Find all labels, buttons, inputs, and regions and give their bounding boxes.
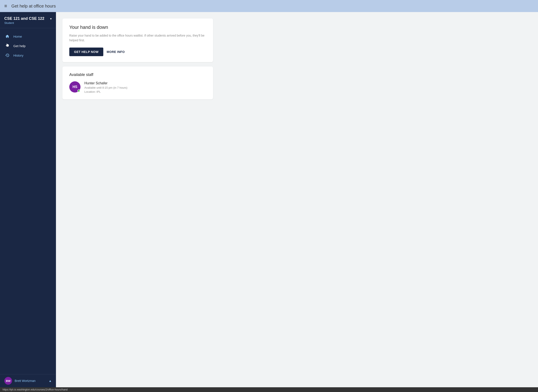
hand-status-description: Raise your hand to be added to the offic… [69, 33, 206, 43]
sidebar-nav: Home Get help Hi [0, 28, 56, 374]
sidebar-item-get-help-label: Get help [13, 44, 26, 48]
hand-icon [4, 44, 10, 48]
sidebar-item-home-label: Home [13, 35, 22, 38]
staff-title: Available staff [69, 73, 206, 77]
menu-icon[interactable]: ≡ [4, 3, 7, 9]
staff-name: Hunter Schafer [84, 81, 127, 85]
status-bar: https://ipl.cs.washington.edu/courses/2/… [0, 387, 538, 392]
available-staff-card: Available staff HS Hunter Schafer Availa… [62, 66, 213, 99]
sidebar-course: CSE 121 and CSE 122 ▾ Student [0, 12, 56, 28]
sidebar-item-get-help[interactable]: Get help [0, 41, 56, 51]
sidebar-item-home[interactable]: Home [0, 32, 56, 41]
course-name: CSE 121 and CSE 122 [4, 16, 44, 21]
card-actions: GET HELP NOW MORE INFO [69, 47, 206, 56]
status-url: https://ipl.cs.washington.edu/courses/2/… [3, 388, 68, 391]
sidebar-course-title[interactable]: CSE 121 and CSE 122 ▾ [4, 16, 52, 21]
staff-member: HS Hunter Schafer Available until 8:15 p… [69, 81, 206, 93]
staff-avatar-wrapper: HS [69, 81, 80, 93]
sidebar-item-history-label: History [13, 54, 23, 57]
hand-status-card: Your hand is down Raise your hand to be … [62, 19, 213, 62]
more-info-button[interactable]: MORE INFO [107, 50, 125, 54]
home-icon [4, 34, 10, 38]
user-name: Brett Wortzman [15, 379, 36, 383]
user-info: BW Brett Wortzman [4, 377, 36, 385]
online-status-dot [77, 89, 80, 92]
header-title: Get help at office hours [11, 4, 56, 9]
staff-location: Location: IPL [84, 90, 127, 93]
app-container: ≡ Get help at office hours CSE 121 and C… [0, 0, 538, 392]
staff-details: Hunter Schafer Available until 8:15 pm (… [84, 81, 127, 93]
get-help-now-button[interactable]: GET HELP NOW [69, 47, 103, 56]
top-header: ≡ Get help at office hours [0, 0, 538, 12]
course-dropdown-icon[interactable]: ▾ [50, 17, 52, 20]
sidebar-footer[interactable]: BW Brett Wortzman ▲ [0, 374, 56, 387]
sidebar-item-history[interactable]: History [0, 51, 56, 60]
history-icon [4, 53, 10, 57]
hand-status-title: Your hand is down [69, 24, 206, 30]
main-layout: CSE 121 and CSE 122 ▾ Student Home [0, 12, 538, 387]
staff-availability: Available until 8:15 pm (in 7 hours) [84, 86, 127, 89]
course-role: Student [4, 21, 52, 24]
main-content: Your hand is down Raise your hand to be … [56, 12, 538, 387]
sidebar: CSE 121 and CSE 122 ▾ Student Home [0, 12, 56, 387]
expand-arrow-icon[interactable]: ▲ [49, 379, 52, 383]
avatar: BW [4, 377, 12, 385]
